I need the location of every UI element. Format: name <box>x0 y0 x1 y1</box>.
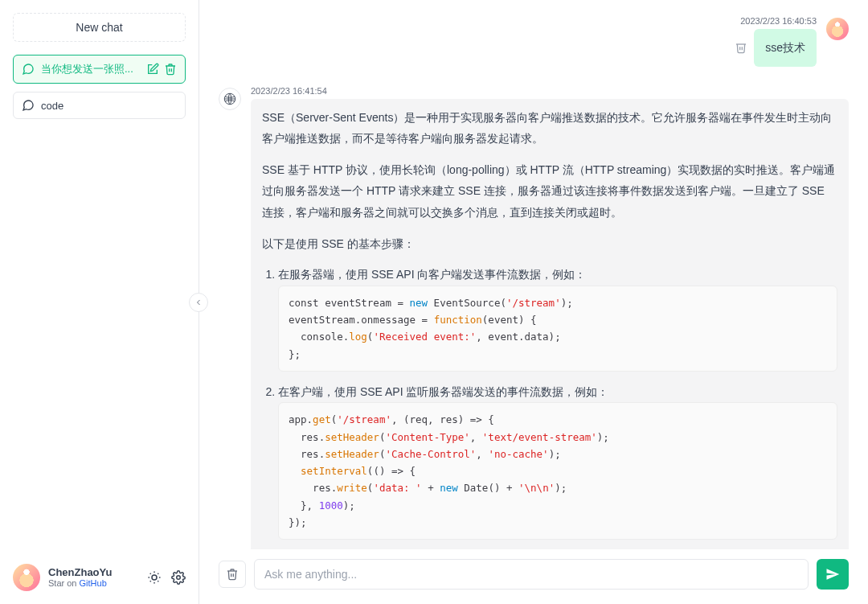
code-block: const eventStream = new EventSource('/st… <box>278 286 837 372</box>
composer <box>199 549 868 604</box>
message-row-user: 2023/2/23 16:40:53 sse技术 <box>219 16 849 67</box>
user-avatar <box>13 564 40 591</box>
step-item: 在客户端，使用 SSE API 监听服务器端发送的事件流数据，例如： app.g… <box>278 381 837 540</box>
para: 以下是使用 SSE 的基本步骤： <box>262 233 837 255</box>
delete-message-icon[interactable] <box>735 41 747 54</box>
user-bubble: sse技术 <box>754 29 817 67</box>
edit-icon[interactable] <box>146 63 159 76</box>
message-col: 2023/2/23 16:40:53 sse技术 <box>735 16 817 67</box>
chat-bubble-icon <box>22 99 35 112</box>
trash-icon[interactable] <box>164 63 177 76</box>
steps-list: 在服务器端，使用 SSE API 向客户端发送事件流数据，例如： const e… <box>262 264 837 540</box>
footer-icons <box>147 570 186 585</box>
step-item: 在服务器端，使用 SSE API 向客户端发送事件流数据，例如： const e… <box>278 264 837 372</box>
sidebar-item-active[interactable]: 当你想发送一张照... <box>13 55 186 84</box>
svg-line-7 <box>150 581 151 581</box>
chat-bubble-icon <box>22 63 35 76</box>
sidebar-item[interactable]: code <box>13 92 186 119</box>
message-input[interactable] <box>254 559 809 590</box>
settings-icon[interactable] <box>171 570 186 585</box>
step-text: 在客户端，使用 SSE API 监听服务器端发送的事件流数据，例如： <box>278 385 608 398</box>
svg-line-3 <box>150 573 151 574</box>
svg-line-8 <box>158 573 158 574</box>
sidebar-item-label: 当你想发送一张照... <box>41 62 140 76</box>
svg-point-9 <box>177 576 181 580</box>
code-block: app.get('/stream', (req, res) => { res.s… <box>278 402 837 540</box>
user-subtitle: Star on GitHub <box>48 578 139 589</box>
bubble-wrap: sse技术 <box>735 29 817 67</box>
theme-icon[interactable] <box>147 570 162 585</box>
assistant-bubble: SSE（Server-Sent Events）是一种用于实现服务器向客户端推送数… <box>251 99 849 549</box>
svg-point-0 <box>152 575 157 580</box>
app-root: New chat 当你想发送一张照... <box>0 0 868 604</box>
send-button[interactable] <box>817 559 849 590</box>
timestamp: 2023/2/23 16:40:53 <box>740 16 817 26</box>
main: 2023/2/23 16:40:53 sse技术 2023/2/23 16:41… <box>199 0 868 604</box>
step-text: 在服务器端，使用 SSE API 向客户端发送事件流数据，例如： <box>278 268 586 281</box>
user-avatar-small <box>826 18 849 40</box>
sidebar-item-label: code <box>41 100 177 112</box>
user-name: ChenZhaoYu <box>48 566 139 579</box>
para: SSE 基于 HTTP 协议，使用长轮询（long-polling）或 HTTP… <box>262 159 837 224</box>
message-row-assistant: 2023/2/23 16:41:54 SSE（Server-Sent Event… <box>219 86 849 549</box>
sidebar-footer: ChenZhaoYu Star on GitHub <box>13 554 186 591</box>
user-block: ChenZhaoYu Star on GitHub <box>48 566 139 590</box>
assistant-avatar <box>219 88 241 110</box>
github-link[interactable]: GitHub <box>80 578 107 588</box>
sidebar: New chat 当你想发送一张照... <box>0 0 199 604</box>
message-col: 2023/2/23 16:41:54 SSE（Server-Sent Event… <box>251 86 849 549</box>
clear-conversation-button[interactable] <box>219 561 246 588</box>
timestamp: 2023/2/23 16:41:54 <box>251 86 849 96</box>
message-scroll[interactable]: 2023/2/23 16:40:53 sse技术 2023/2/23 16:41… <box>199 0 868 549</box>
user-sub-prefix: Star on <box>48 578 80 588</box>
svg-line-4 <box>158 581 158 581</box>
new-chat-button[interactable]: New chat <box>13 13 186 42</box>
sidebar-item-actions <box>146 63 177 76</box>
chat-list: 当你想发送一张照... code <box>13 55 186 119</box>
para: SSE（Server-Sent Events）是一种用于实现服务器向客户端推送数… <box>262 107 837 150</box>
